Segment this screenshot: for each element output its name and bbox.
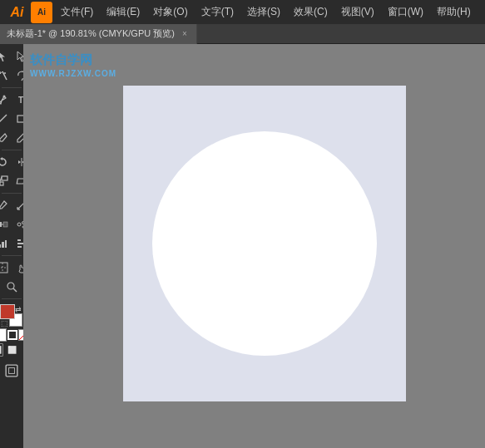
color-swatches: ⇄ ⬚: [1, 305, 22, 327]
pen-tools-row: T: [0, 91, 23, 109]
pencil-tool[interactable]: [12, 129, 24, 147]
divider-5: [2, 298, 22, 299]
menu-edit[interactable]: 编辑(E): [100, 0, 146, 24]
svg-rect-10: [2, 176, 7, 180]
measure-tool[interactable]: [12, 196, 24, 214]
svg-rect-17: [0, 222, 2, 227]
scale-tools-row: [0, 172, 23, 190]
magic-lasso-row: [0, 66, 23, 85]
menu-file[interactable]: 文件(F): [54, 0, 100, 24]
pen-tool[interactable]: [0, 91, 12, 109]
shear-tool[interactable]: [12, 172, 24, 190]
reflect-tool[interactable]: [12, 153, 24, 171]
draw-normal-mode[interactable]: ⬜: [0, 343, 3, 357]
type-tool[interactable]: T: [12, 91, 24, 109]
draw-mode-row: ⬜ ⬜ ⬚: [0, 343, 23, 357]
selection-tool[interactable]: [0, 47, 12, 66]
watermark: 软件自学网 WWW.RJZXW.COM: [30, 51, 116, 80]
column-graph-tool[interactable]: [0, 234, 12, 253]
fill-stroke-row: [0, 328, 23, 342]
artboard-tools-row: [0, 258, 23, 277]
tab-close-button[interactable]: ×: [180, 29, 190, 39]
svg-line-7: [0, 115, 7, 123]
bar-graph-tool[interactable]: [12, 234, 24, 253]
direct-selection-tool[interactable]: [12, 47, 24, 66]
menu-select[interactable]: 选择(S): [240, 0, 287, 24]
circle-shape: [152, 131, 377, 356]
eyedropper-tool[interactable]: [0, 196, 12, 214]
scale-tool[interactable]: [0, 172, 12, 190]
graph-tools-row: [0, 234, 23, 253]
selection-tools-row: [0, 47, 23, 66]
rectangle-tool[interactable]: [12, 110, 24, 128]
svg-rect-25: [5, 240, 7, 248]
symbol-tool[interactable]: [12, 215, 24, 234]
canvas-document: [123, 86, 406, 401]
stroke-color-box[interactable]: [7, 330, 17, 340]
menu-window[interactable]: 窗口(W): [381, 0, 430, 24]
default-colors-icon[interactable]: ⬚: [1, 319, 8, 327]
canvas-area: 软件自学网 WWW.RJZXW.COM: [23, 44, 485, 448]
app-icon: Ai: [31, 2, 52, 23]
hand-tool[interactable]: [12, 258, 24, 277]
left-toolbar: T: [0, 44, 23, 448]
foreground-color-swatch[interactable]: [1, 305, 14, 318]
swap-colors-icon[interactable]: ⇄: [15, 305, 22, 313]
svg-point-5: [2, 96, 5, 98]
svg-rect-11: [0, 182, 3, 185]
svg-rect-28: [17, 246, 22, 248]
color-section: ⇄ ⬚ ⬜ ⬜ ⬚: [0, 305, 23, 380]
svg-rect-12: [17, 179, 23, 184]
svg-point-4: [4, 72, 6, 74]
slice-tool[interactable]: [0, 258, 12, 277]
shape-tools-row: [0, 129, 23, 147]
svg-line-33: [13, 288, 17, 292]
svg-rect-23: [0, 244, 1, 248]
svg-text:T: T: [18, 96, 23, 105]
svg-rect-24: [2, 242, 4, 248]
menu-bar: 文件(F) 编辑(E) 对象(O) 文字(T) 选择(S) 效果(C) 视图(V…: [54, 0, 482, 24]
svg-line-14: [17, 201, 24, 209]
zoom-row: [2, 278, 21, 296]
svg-rect-26: [17, 239, 21, 241]
rotate-tools-row: [0, 153, 23, 171]
zoom-tool[interactable]: [2, 278, 21, 296]
menu-text[interactable]: 文字(T): [195, 0, 240, 24]
svg-rect-34: [6, 365, 17, 377]
rotate-tool[interactable]: [0, 153, 12, 171]
blend-tools-row: [0, 215, 23, 234]
svg-rect-8: [17, 116, 24, 122]
svg-point-20: [17, 223, 21, 226]
top-bar: Ai Ai 文件(F) 编辑(E) 对象(O) 文字(T) 选择(S) 效果(C…: [0, 0, 485, 24]
line-tools-row: [0, 110, 23, 128]
watermark-sub: WWW.RJZXW.COM: [30, 68, 116, 80]
blend-tool[interactable]: [0, 215, 12, 234]
magic-wand-tool[interactable]: [0, 66, 12, 85]
draw-behind-mode[interactable]: ⬜: [5, 343, 18, 357]
lasso-tool[interactable]: [12, 66, 24, 85]
eyedropper-row: [0, 196, 23, 214]
watermark-main: 软件自学网: [30, 51, 116, 68]
main-area: T: [0, 44, 485, 448]
divider-3: [2, 193, 22, 194]
active-tab[interactable]: 未标题-1* @ 190.81% (CMYK/GPU 预览) ×: [0, 24, 197, 44]
divider-4: [2, 255, 22, 256]
svg-point-32: [7, 283, 14, 289]
svg-rect-27: [17, 243, 23, 244]
paintbrush-tool[interactable]: [0, 129, 12, 147]
svg-rect-35: [9, 368, 15, 374]
menu-object[interactable]: 对象(O): [146, 0, 194, 24]
menu-view[interactable]: 视图(V): [334, 0, 381, 24]
svg-rect-18: [3, 222, 7, 227]
tab-bar: 未标题-1* @ 190.81% (CMYK/GPU 预览) ×: [0, 24, 485, 44]
fill-color-box[interactable]: [0, 328, 7, 342]
line-tool[interactable]: [0, 110, 12, 128]
change-screen-mode[interactable]: [2, 362, 21, 380]
ai-logo: Ai: [3, 0, 31, 24]
divider-2: [2, 150, 22, 150]
divider-1: [2, 87, 22, 88]
menu-help[interactable]: 帮助(H): [430, 0, 478, 24]
tab-label: 未标题-1* @ 190.81% (CMYK/GPU 预览): [7, 27, 175, 40]
menu-effect[interactable]: 效果(C): [287, 0, 334, 24]
